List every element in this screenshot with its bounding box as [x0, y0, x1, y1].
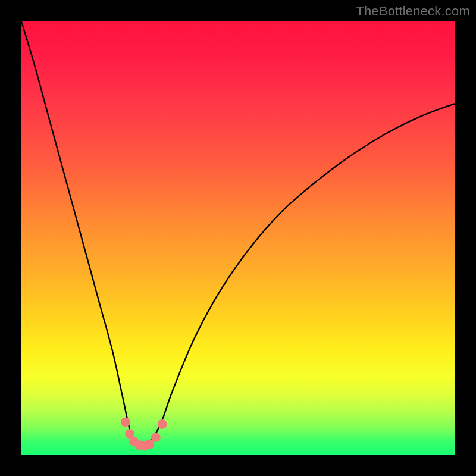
plot-area — [21, 21, 455, 455]
trough-marker — [121, 417, 130, 427]
watermark-text: TheBottleneck.com — [356, 4, 470, 19]
bottleneck-curve — [21, 21, 455, 447]
trough-marker — [151, 433, 161, 442]
trough-markers — [121, 417, 167, 450]
chart-frame: TheBottleneck.com — [0, 0, 476, 476]
chart-svg — [21, 21, 455, 455]
trough-marker — [158, 419, 167, 429]
